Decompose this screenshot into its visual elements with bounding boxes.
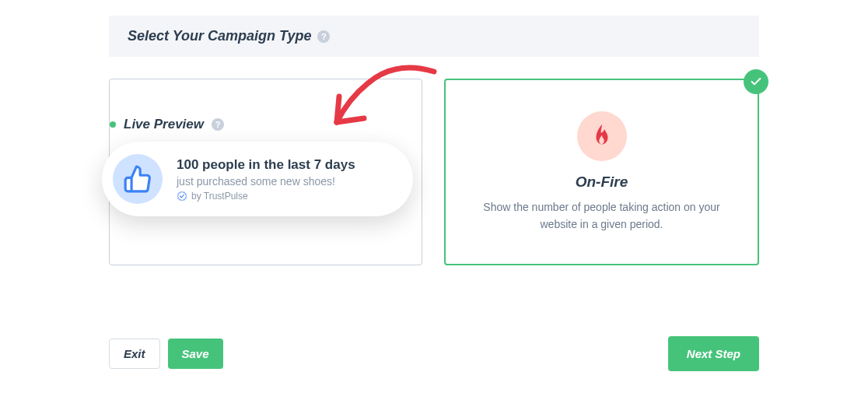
brand-label: by TrustPulse bbox=[191, 191, 248, 202]
verified-icon bbox=[177, 191, 187, 202]
notification-brand: by TrustPulse bbox=[177, 191, 355, 202]
section-title-row: Select Your Campaign Type ? bbox=[128, 28, 740, 44]
notification-subtitle: just purchased some new shoes! bbox=[177, 175, 355, 188]
footer-left-group: Exit Save bbox=[109, 339, 223, 369]
section-title: Select Your Campaign Type bbox=[128, 28, 311, 44]
selected-check-icon bbox=[744, 69, 768, 94]
flame-icon bbox=[577, 111, 627, 161]
footer-actions: Exit Save Next Step bbox=[109, 336, 759, 371]
exit-button[interactable]: Exit bbox=[109, 339, 160, 369]
campaign-type-cards: Live Preview ? 100 people in the last 7 … bbox=[109, 79, 759, 265]
live-preview-title: Live Preview bbox=[124, 117, 204, 132]
campaign-card-recent-activity[interactable]: Live Preview ? 100 people in the last 7 … bbox=[109, 79, 422, 265]
section-header: Select Your Campaign Type ? bbox=[109, 16, 759, 57]
notification-text: 100 people in the last 7 days just purch… bbox=[177, 157, 355, 202]
campaign-card-on-fire[interactable]: On-Fire Show the number of people taking… bbox=[444, 79, 759, 265]
thumbs-up-icon bbox=[113, 154, 163, 204]
next-step-button[interactable]: Next Step bbox=[668, 336, 759, 371]
card-title: On-Fire bbox=[576, 174, 628, 191]
notification-bubble: 100 people in the last 7 days just purch… bbox=[102, 142, 413, 216]
card-description: Show the number of people taking action … bbox=[478, 198, 726, 233]
help-icon[interactable]: ? bbox=[317, 30, 330, 43]
live-indicator-dot bbox=[110, 121, 116, 128]
page-container: Select Your Campaign Type ? Live Preview… bbox=[0, 0, 868, 281]
notification-title: 100 people in the last 7 days bbox=[177, 157, 355, 173]
save-button[interactable]: Save bbox=[168, 339, 223, 369]
live-preview-header: Live Preview ? bbox=[110, 117, 413, 132]
live-preview-panel: Live Preview ? 100 people in the last 7 … bbox=[102, 117, 413, 216]
help-icon[interactable]: ? bbox=[212, 118, 224, 131]
